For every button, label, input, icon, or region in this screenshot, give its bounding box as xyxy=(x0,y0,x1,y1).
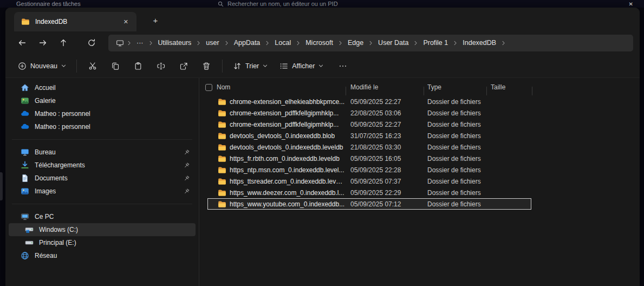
file-name: https_ntp.msn.com_0.indexeddb.level... xyxy=(230,166,344,174)
breadcrumb-overflow[interactable]: ··· xyxy=(132,36,148,50)
tab-close-button[interactable]: ✕ xyxy=(121,17,131,27)
column-header-name[interactable]: Nom xyxy=(214,83,346,91)
sidebar-item[interactable]: Images xyxy=(9,185,196,198)
file-row[interactable]: devtools_devtools_0.indexeddb.leveldb 21… xyxy=(199,141,640,153)
rename-button[interactable] xyxy=(149,57,172,75)
background-window-edge xyxy=(0,172,3,200)
pin-icon xyxy=(183,162,190,169)
sort-icon xyxy=(233,62,242,70)
paste-button[interactable] xyxy=(127,57,149,75)
sidebar-item[interactable]: Matheo : personnel xyxy=(9,107,196,120)
breadcrumb-item[interactable]: Utilisateurs xyxy=(154,36,196,50)
new-icon xyxy=(18,62,27,70)
file-modified: 05/09/2025 22:28 xyxy=(346,166,424,174)
sidebar-item[interactable]: Documents xyxy=(9,172,196,185)
select-all-checkbox[interactable] xyxy=(205,84,212,91)
up-button[interactable] xyxy=(53,35,74,51)
file-row[interactable]: devtools_devtools_0.indexeddb.blob 31/07… xyxy=(199,130,640,141)
file-row[interactable]: https_www.youtube.com_0.indexeddb... 05/… xyxy=(199,198,640,210)
sidebar-item[interactable]: Téléchargements xyxy=(9,159,196,172)
folder-icon xyxy=(218,109,226,118)
breadcrumb-item[interactable]: Profile 1 xyxy=(419,36,452,50)
copy-button[interactable] xyxy=(104,57,127,75)
refresh-button[interactable] xyxy=(81,35,102,51)
file-explorer-window: IndexedDB ✕ + ··· Utilisateurs xyxy=(5,8,640,286)
sidebar-item[interactable]: Réseau xyxy=(9,249,196,262)
breadcrumb: Utilisateurs user AppData Local xyxy=(154,36,507,50)
file-type: Dossier de fichiers xyxy=(424,166,486,174)
tab-indexeddb[interactable]: IndexedDB ✕ xyxy=(14,12,136,31)
file-rows: chrome-extension_elhekieabhbkpmce... 05/… xyxy=(199,96,640,210)
file-row[interactable]: https_fr.rbth.com_0.indexeddb.leveldb 05… xyxy=(199,153,640,164)
chevron-right-icon xyxy=(296,41,301,46)
cut-button[interactable] xyxy=(81,57,104,75)
column-header-modified[interactable]: Modifié le xyxy=(346,83,424,91)
share-button[interactable] xyxy=(172,57,195,75)
folder-icon xyxy=(218,143,226,152)
file-name: https_ttsreader.com_0.indexeddb.level... xyxy=(230,178,346,185)
breadcrumb-item[interactable]: Edge xyxy=(343,36,368,50)
breadcrumb-item[interactable]: AppData xyxy=(230,36,265,50)
drive-windows-icon xyxy=(25,225,34,234)
chevron-down-icon xyxy=(263,63,268,68)
file-row[interactable]: https_ntp.msn.com_0.indexeddb.level... 0… xyxy=(199,164,640,176)
sidebar-divider xyxy=(12,204,192,204)
file-row[interactable]: https_www.deezer.com_0.indexeddb.l... 05… xyxy=(199,187,640,198)
more-options-button[interactable] xyxy=(333,57,353,75)
file-row[interactable]: chrome-extension_elhekieabhbkpmce... 05/… xyxy=(199,96,640,107)
file-name-cell: chrome-extension_pdffkfellgipmhklp... xyxy=(214,109,346,118)
copy-icon xyxy=(111,62,120,70)
breadcrumb-item[interactable]: Microsoft xyxy=(301,36,337,50)
delete-button[interactable] xyxy=(195,57,218,75)
file-row[interactable]: https_ttsreader.com_0.indexeddb.level...… xyxy=(199,176,640,187)
sidebar-group-home: Accueil Galerie Matheo : personnel xyxy=(9,81,196,133)
breadcrumb-item[interactable]: Local xyxy=(270,36,295,50)
arrow-up-icon xyxy=(59,38,68,47)
view-button[interactable]: Afficher xyxy=(274,57,329,75)
breadcrumb-item[interactable]: IndexedDB xyxy=(458,36,500,50)
new-button[interactable]: Nouveau xyxy=(12,57,72,75)
background-app-close-button[interactable]: ✕ xyxy=(629,0,633,8)
background-app-search-box[interactable]: Rechercher un nom, un éditeur ou un PID xyxy=(218,0,338,8)
sidebar-item[interactable]: Windows (C:) xyxy=(9,223,196,236)
search-icon xyxy=(218,1,224,7)
chevron-right-icon xyxy=(338,41,343,46)
toolbar-separator xyxy=(76,60,77,73)
sort-button[interactable]: Trier xyxy=(227,57,274,75)
sidebar-item[interactable]: Galerie xyxy=(9,94,196,107)
file-type: Dossier de fichiers xyxy=(424,109,486,117)
chevron-right-icon xyxy=(127,41,132,46)
desktop-icon xyxy=(21,148,29,157)
back-button[interactable] xyxy=(12,35,32,51)
folder-icon xyxy=(218,120,226,129)
breadcrumb-item[interactable]: User Data xyxy=(374,36,413,50)
sidebar-divider xyxy=(12,139,192,140)
arrow-right-icon xyxy=(38,38,47,47)
navigation-pane: Accueil Galerie Matheo : personnel xyxy=(5,78,199,286)
file-row[interactable]: chrome-extension_pdffkfellgipmhklp... 05… xyxy=(199,119,640,130)
file-type: Dossier de fichiers xyxy=(424,189,486,197)
sidebar-item[interactable]: Matheo : personnel xyxy=(9,120,196,133)
file-list: Nom Modifié le Type Taille chrome-extens… xyxy=(199,78,640,286)
cut-icon xyxy=(88,62,97,70)
address-bar[interactable]: ··· Utilisateurs user AppData xyxy=(108,35,633,51)
new-tab-button[interactable]: + xyxy=(147,14,164,27)
toolbar-separator xyxy=(222,60,223,73)
sidebar-item[interactable]: Bureau xyxy=(9,146,196,159)
tab-title: IndexedDB xyxy=(35,18,67,25)
file-type: Dossier de fichiers xyxy=(424,178,486,185)
pc-icon xyxy=(21,212,29,221)
column-header-type[interactable]: Type xyxy=(424,83,486,91)
sidebar-item[interactable]: Ce PC xyxy=(9,210,196,223)
share-icon xyxy=(179,62,188,70)
folder-icon xyxy=(218,132,226,140)
sidebar-item[interactable]: Principal (E:) xyxy=(9,236,196,249)
sidebar-item[interactable]: Accueil xyxy=(9,81,196,94)
chevron-right-icon xyxy=(413,41,418,46)
sort-button-label: Trier xyxy=(245,62,259,70)
forward-button[interactable] xyxy=(32,35,53,51)
select-all-cell xyxy=(199,84,214,91)
file-row[interactable]: chrome-extension_pdffkfellgipmhklp... 22… xyxy=(199,107,640,119)
column-header-size[interactable]: Taille xyxy=(486,83,532,91)
breadcrumb-item[interactable]: user xyxy=(201,36,223,50)
